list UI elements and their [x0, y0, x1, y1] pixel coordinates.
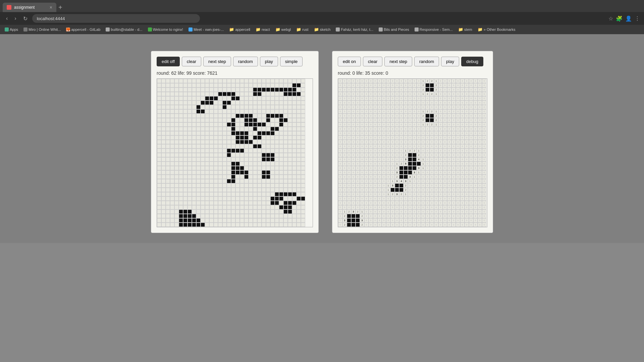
right-cell[interactable]: 0	[460, 196, 465, 201]
right-cell[interactable]: 0	[478, 201, 482, 205]
right-cell[interactable]: 0	[395, 114, 399, 118]
left-cell[interactable]	[288, 170, 292, 175]
left-cell[interactable]	[192, 162, 196, 166]
right-cell[interactable]: 0	[456, 96, 460, 101]
right-cell[interactable]: 2	[404, 188, 408, 192]
left-cell[interactable]	[292, 122, 297, 127]
right-cell[interactable]: 0	[460, 201, 465, 205]
right-cell[interactable]: 0	[456, 101, 460, 105]
left-cell[interactable]	[166, 188, 170, 192]
right-cell[interactable]: 0	[342, 162, 347, 166]
right-cell[interactable]: 0	[382, 87, 386, 92]
left-cell[interactable]	[283, 153, 288, 157]
right-cell[interactable]: 0	[338, 196, 342, 201]
left-cell[interactable]	[257, 201, 262, 205]
right-cell[interactable]: 0	[478, 183, 482, 188]
right-cell[interactable]: 0	[434, 170, 438, 175]
right-cell[interactable]: 0	[356, 109, 360, 114]
left-cell[interactable]	[244, 170, 249, 175]
left-cell[interactable]	[222, 140, 227, 144]
right-cell[interactable]: 0	[347, 109, 351, 114]
right-cell[interactable]: 0	[412, 179, 417, 183]
left-cell[interactable]	[297, 92, 301, 96]
left-cell[interactable]	[279, 140, 283, 144]
left-cell[interactable]	[283, 87, 288, 92]
left-cell[interactable]	[270, 109, 275, 114]
left-cell[interactable]	[157, 148, 161, 153]
left-play-button[interactable]: play	[260, 57, 278, 66]
right-cell[interactable]: 0	[473, 105, 478, 109]
right-cell[interactable]: 0	[412, 79, 417, 83]
right-cell[interactable]: 0	[356, 79, 360, 83]
left-cell[interactable]	[249, 201, 253, 205]
left-cell[interactable]	[240, 109, 244, 114]
right-cell[interactable]: 0	[456, 122, 460, 127]
right-cell[interactable]: 0	[338, 144, 342, 148]
right-cell[interactable]: 0	[417, 218, 421, 223]
left-cell[interactable]	[192, 218, 196, 223]
left-cell[interactable]	[183, 175, 187, 179]
right-cell[interactable]: 0	[456, 188, 460, 192]
right-cell[interactable]: 0	[478, 175, 482, 179]
left-cell[interactable]	[201, 162, 205, 166]
right-cell[interactable]: 0	[473, 157, 478, 162]
left-cell[interactable]	[253, 87, 257, 92]
right-cell[interactable]: 0	[417, 214, 421, 218]
left-cell[interactable]	[253, 79, 257, 83]
right-cell[interactable]: 0	[421, 223, 425, 227]
left-cell[interactable]	[161, 144, 166, 148]
left-cell[interactable]	[170, 79, 174, 83]
right-cell[interactable]: 0	[469, 205, 473, 209]
left-cell[interactable]	[170, 214, 174, 218]
right-cell[interactable]: 0	[369, 148, 373, 153]
left-cell[interactable]	[279, 192, 283, 196]
right-cell[interactable]: 0	[342, 109, 347, 114]
left-cell[interactable]	[209, 179, 214, 183]
left-cell[interactable]	[218, 223, 222, 227]
right-cell[interactable]: 0	[338, 183, 342, 188]
left-cell[interactable]	[249, 205, 253, 209]
left-cell[interactable]	[192, 196, 196, 201]
left-cell[interactable]	[192, 170, 196, 175]
right-cell[interactable]: 0	[417, 87, 421, 92]
left-cell[interactable]	[235, 144, 240, 148]
left-cell[interactable]	[205, 170, 209, 175]
right-cell[interactable]: 0	[443, 196, 447, 201]
left-cell[interactable]	[214, 166, 218, 170]
right-cell[interactable]: 0	[356, 205, 360, 209]
right-cell[interactable]: 0	[364, 144, 369, 148]
left-cell[interactable]	[292, 148, 297, 153]
left-cell[interactable]	[218, 153, 222, 157]
right-cell[interactable]: 0	[482, 196, 486, 201]
left-cell[interactable]	[292, 83, 297, 87]
right-cell[interactable]	[347, 218, 351, 223]
right-cell[interactable]: 0	[451, 201, 456, 205]
left-cell[interactable]	[249, 175, 253, 179]
right-cell[interactable]: 0	[373, 223, 377, 227]
right-cell[interactable]: 0	[386, 105, 390, 109]
right-cell[interactable]: 0	[382, 105, 386, 109]
left-cell[interactable]	[222, 166, 227, 170]
right-cell[interactable]: 0	[451, 92, 456, 96]
right-cell[interactable]: 0	[364, 157, 369, 162]
left-cell[interactable]	[262, 105, 266, 109]
right-cell[interactable]: 0	[351, 162, 356, 166]
right-cell[interactable]: 0	[434, 105, 438, 109]
right-cell[interactable]: 0	[443, 166, 447, 170]
left-cell[interactable]	[283, 127, 288, 131]
right-cell[interactable]: 0	[460, 162, 465, 166]
left-cell[interactable]	[179, 118, 183, 122]
right-cell[interactable]: 0	[395, 153, 399, 157]
left-cell[interactable]	[301, 127, 305, 131]
left-cell[interactable]	[240, 223, 244, 227]
left-cell[interactable]	[166, 175, 170, 179]
left-cell[interactable]	[292, 96, 297, 101]
right-cell[interactable]: 0	[382, 79, 386, 83]
left-cell[interactable]	[270, 148, 275, 153]
left-cell[interactable]	[214, 83, 218, 87]
left-cell[interactable]	[227, 179, 231, 183]
left-cell[interactable]	[279, 118, 283, 122]
left-cell[interactable]	[201, 196, 205, 201]
left-cell[interactable]	[209, 105, 214, 109]
right-cell[interactable]: 0	[460, 192, 465, 196]
